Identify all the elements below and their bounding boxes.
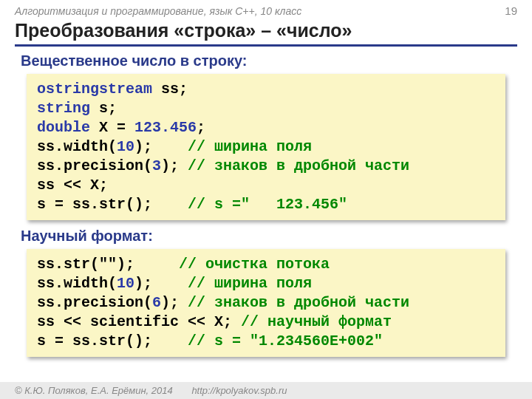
code-block-1: ostringstream ss; string s; double X = 1… (27, 74, 505, 220)
code-text: ss.width( (37, 275, 117, 292)
code-text: s; (90, 100, 117, 117)
title-rule (15, 44, 517, 47)
comment: // научный формат (241, 313, 392, 330)
header-label: Алгоритмизация и программирование, язык … (15, 5, 301, 17)
slide-footer: © К.Ю. Поляков, Е.А. Ерёмин, 2014 http:/… (0, 382, 532, 399)
keyword: double (37, 119, 90, 136)
copyright: © К.Ю. Поляков, Е.А. Ерёмин, 2014 (15, 385, 173, 396)
keyword: string (37, 100, 90, 117)
section1-heading: Вещественное число в строку: (0, 51, 532, 72)
comment: // ширина поля (188, 275, 312, 292)
code-text: ); (161, 294, 188, 311)
footer-url: http://kpolyakov.spb.ru (191, 385, 287, 396)
code-text: ss.precision( (37, 294, 152, 311)
code-text: ss.precision( (37, 157, 152, 174)
code-text: ss; (152, 81, 188, 98)
keyword: ostringstream (37, 81, 152, 98)
comment: // ширина поля (188, 138, 312, 155)
code-text: ss.str(""); (37, 256, 179, 273)
page-title: Преобразования «строка» – «число» (0, 18, 532, 44)
comment: // очистка потока (179, 256, 330, 273)
code-text: ); (134, 275, 188, 292)
number: 3 (152, 157, 161, 174)
code-text: ss << scientific << X; (37, 313, 241, 330)
comment: // s = "1.234560E+002" (188, 332, 383, 349)
section2-heading: Научный формат: (0, 226, 532, 248)
code-text: ss << X; (37, 177, 108, 194)
code-text: ); (134, 138, 188, 155)
comment: // s =" 123.456" (188, 196, 347, 213)
code-text: ); (161, 157, 188, 174)
code-text: s = ss.str(); (37, 332, 188, 349)
number: 123.456 (134, 119, 197, 136)
number: 6 (152, 294, 161, 311)
number: 10 (117, 138, 134, 155)
slide-header: Алгоритмизация и программирование, язык … (0, 0, 532, 18)
number: 10 (117, 275, 134, 292)
comment: // знаков в дробной части (188, 157, 409, 174)
comment: // знаков в дробной части (188, 294, 409, 311)
code-text: ss.width( (37, 138, 117, 155)
code-block-2: ss.str(""); // очистка потока ss.width(1… (27, 249, 505, 357)
page-number: 19 (505, 4, 517, 17)
code-text: X = (90, 119, 134, 136)
code-text: ; (197, 119, 205, 136)
code-text: s = ss.str(); (37, 196, 188, 213)
